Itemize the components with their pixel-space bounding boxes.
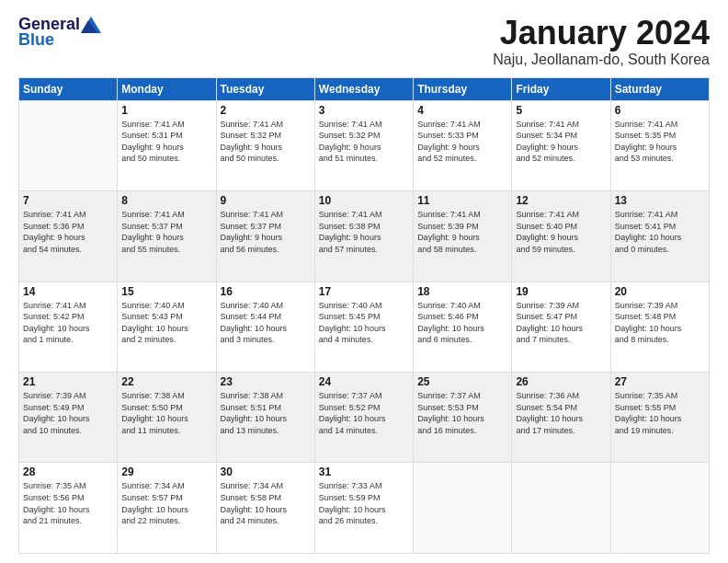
day-info: Sunrise: 7:38 AMSunset: 5:50 PMDaylight:…	[121, 390, 211, 436]
table-row: 9Sunrise: 7:41 AMSunset: 5:37 PMDaylight…	[216, 191, 314, 282]
day-number: 17	[319, 285, 409, 298]
day-info: Sunrise: 7:40 AMSunset: 5:46 PMDaylight:…	[417, 300, 507, 346]
day-number: 5	[516, 104, 606, 117]
day-info: Sunrise: 7:41 AMSunset: 5:37 PMDaylight:…	[121, 209, 211, 255]
day-number: 20	[615, 285, 705, 298]
day-info: Sunrise: 7:35 AMSunset: 5:56 PMDaylight:…	[23, 480, 113, 526]
calendar-week-row: 14Sunrise: 7:41 AMSunset: 5:42 PMDayligh…	[19, 282, 710, 372]
table-row: 24Sunrise: 7:37 AMSunset: 5:52 PMDayligh…	[314, 373, 413, 463]
table-row: 10Sunrise: 7:41 AMSunset: 5:38 PMDayligh…	[314, 191, 413, 282]
table-row: 11Sunrise: 7:41 AMSunset: 5:39 PMDayligh…	[414, 191, 512, 282]
header: General Blue January 2024 Naju, Jeollana…	[18, 15, 710, 68]
day-info: Sunrise: 7:39 AMSunset: 5:49 PMDaylight:…	[23, 390, 113, 436]
day-number: 6	[615, 104, 705, 117]
day-number: 3	[319, 104, 409, 117]
day-info: Sunrise: 7:41 AMSunset: 5:32 PMDaylight:…	[319, 119, 409, 165]
day-number: 26	[516, 375, 606, 388]
day-number: 28	[23, 465, 113, 478]
day-number: 25	[417, 375, 507, 388]
day-number: 16	[221, 285, 311, 298]
calendar-header-row: Sunday Monday Tuesday Wednesday Thursday…	[19, 77, 710, 100]
table-row: 25Sunrise: 7:37 AMSunset: 5:53 PMDayligh…	[414, 373, 512, 463]
day-number: 7	[23, 194, 113, 207]
header-monday: Monday	[118, 77, 216, 100]
day-info: Sunrise: 7:38 AMSunset: 5:51 PMDaylight:…	[221, 390, 311, 436]
table-row	[414, 463, 512, 554]
day-number: 11	[417, 194, 507, 207]
day-info: Sunrise: 7:36 AMSunset: 5:54 PMDaylight:…	[516, 390, 606, 436]
table-row: 22Sunrise: 7:38 AMSunset: 5:50 PMDayligh…	[118, 373, 216, 463]
day-info: Sunrise: 7:34 AMSunset: 5:57 PMDaylight:…	[121, 480, 211, 526]
calendar-week-row: 1Sunrise: 7:41 AMSunset: 5:31 PMDaylight…	[19, 100, 710, 190]
table-row: 28Sunrise: 7:35 AMSunset: 5:56 PMDayligh…	[19, 463, 118, 554]
day-info: Sunrise: 7:40 AMSunset: 5:45 PMDaylight:…	[319, 300, 409, 346]
day-number: 2	[221, 104, 311, 117]
table-row: 23Sunrise: 7:38 AMSunset: 5:51 PMDayligh…	[216, 373, 314, 463]
table-row: 2Sunrise: 7:41 AMSunset: 5:32 PMDaylight…	[216, 100, 314, 190]
day-number: 15	[121, 285, 211, 298]
day-number: 21	[23, 375, 113, 388]
table-row: 4Sunrise: 7:41 AMSunset: 5:33 PMDaylight…	[414, 100, 512, 190]
day-number: 8	[121, 194, 211, 207]
header-saturday: Saturday	[610, 77, 709, 100]
day-number: 31	[319, 465, 409, 478]
header-sunday: Sunday	[19, 77, 118, 100]
day-number: 19	[516, 285, 606, 298]
table-row: 18Sunrise: 7:40 AMSunset: 5:46 PMDayligh…	[414, 282, 512, 372]
table-row: 14Sunrise: 7:41 AMSunset: 5:42 PMDayligh…	[19, 282, 118, 372]
day-info: Sunrise: 7:41 AMSunset: 5:36 PMDaylight:…	[23, 209, 113, 255]
day-info: Sunrise: 7:39 AMSunset: 5:48 PMDaylight:…	[615, 300, 705, 346]
title-section: January 2024 Naju, Jeollanam-do, South K…	[493, 15, 710, 68]
table-row: 21Sunrise: 7:39 AMSunset: 5:49 PMDayligh…	[19, 373, 118, 463]
day-number: 22	[121, 375, 211, 388]
table-row: 1Sunrise: 7:41 AMSunset: 5:31 PMDaylight…	[118, 100, 216, 190]
calendar-week-row: 21Sunrise: 7:39 AMSunset: 5:49 PMDayligh…	[19, 373, 710, 463]
calendar-week-row: 28Sunrise: 7:35 AMSunset: 5:56 PMDayligh…	[19, 463, 710, 554]
table-row: 13Sunrise: 7:41 AMSunset: 5:41 PMDayligh…	[610, 191, 709, 282]
logo-icon	[81, 17, 101, 33]
day-number: 13	[615, 194, 705, 207]
day-info: Sunrise: 7:40 AMSunset: 5:43 PMDaylight:…	[121, 300, 211, 346]
header-friday: Friday	[512, 77, 610, 100]
day-number: 14	[23, 285, 113, 298]
table-row: 8Sunrise: 7:41 AMSunset: 5:37 PMDaylight…	[118, 191, 216, 282]
day-number: 18	[417, 285, 507, 298]
table-row: 15Sunrise: 7:40 AMSunset: 5:43 PMDayligh…	[118, 282, 216, 372]
calendar-table: Sunday Monday Tuesday Wednesday Thursday…	[18, 77, 710, 554]
header-thursday: Thursday	[414, 77, 512, 100]
day-info: Sunrise: 7:41 AMSunset: 5:42 PMDaylight:…	[23, 300, 113, 346]
day-info: Sunrise: 7:37 AMSunset: 5:52 PMDaylight:…	[319, 390, 409, 436]
calendar-week-row: 7Sunrise: 7:41 AMSunset: 5:36 PMDaylight…	[19, 191, 710, 282]
table-row: 26Sunrise: 7:36 AMSunset: 5:54 PMDayligh…	[512, 373, 610, 463]
day-info: Sunrise: 7:37 AMSunset: 5:53 PMDaylight:…	[417, 390, 507, 436]
table-row: 31Sunrise: 7:33 AMSunset: 5:59 PMDayligh…	[314, 463, 413, 554]
table-row	[610, 463, 709, 554]
logo-blue-text: Blue	[18, 30, 54, 50]
table-row: 12Sunrise: 7:41 AMSunset: 5:40 PMDayligh…	[512, 191, 610, 282]
day-info: Sunrise: 7:40 AMSunset: 5:44 PMDaylight:…	[221, 300, 311, 346]
location: Naju, Jeollanam-do, South Korea	[493, 52, 710, 68]
day-info: Sunrise: 7:41 AMSunset: 5:38 PMDaylight:…	[319, 209, 409, 255]
table-row: 3Sunrise: 7:41 AMSunset: 5:32 PMDaylight…	[314, 100, 413, 190]
header-wednesday: Wednesday	[314, 77, 413, 100]
logo: General Blue	[18, 15, 102, 50]
day-number: 10	[319, 194, 409, 207]
month-title: January 2024	[493, 15, 710, 52]
day-info: Sunrise: 7:34 AMSunset: 5:58 PMDaylight:…	[221, 480, 311, 526]
day-number: 9	[221, 194, 311, 207]
day-number: 30	[221, 465, 311, 478]
table-row: 16Sunrise: 7:40 AMSunset: 5:44 PMDayligh…	[216, 282, 314, 372]
table-row: 20Sunrise: 7:39 AMSunset: 5:48 PMDayligh…	[610, 282, 709, 372]
day-info: Sunrise: 7:41 AMSunset: 5:39 PMDaylight:…	[417, 209, 507, 255]
day-info: Sunrise: 7:41 AMSunset: 5:40 PMDaylight:…	[516, 209, 606, 255]
header-tuesday: Tuesday	[216, 77, 314, 100]
day-info: Sunrise: 7:33 AMSunset: 5:59 PMDaylight:…	[319, 480, 409, 526]
day-info: Sunrise: 7:41 AMSunset: 5:34 PMDaylight:…	[516, 119, 606, 165]
day-number: 4	[417, 104, 507, 117]
table-row: 27Sunrise: 7:35 AMSunset: 5:55 PMDayligh…	[610, 373, 709, 463]
day-number: 27	[615, 375, 705, 388]
table-row: 29Sunrise: 7:34 AMSunset: 5:57 PMDayligh…	[118, 463, 216, 554]
table-row: 19Sunrise: 7:39 AMSunset: 5:47 PMDayligh…	[512, 282, 610, 372]
table-row	[512, 463, 610, 554]
table-row: 5Sunrise: 7:41 AMSunset: 5:34 PMDaylight…	[512, 100, 610, 190]
